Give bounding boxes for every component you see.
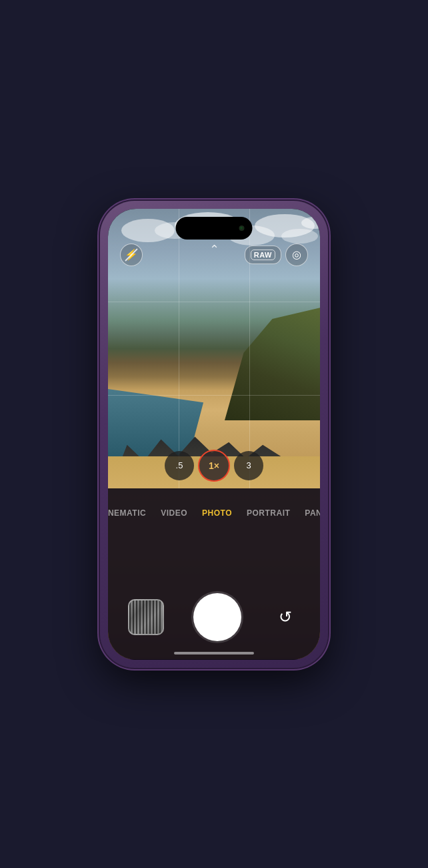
mode-video[interactable]: VIDEO <box>161 508 187 518</box>
home-indicator <box>174 652 254 655</box>
mode-photo[interactable]: PHOTO <box>202 508 232 518</box>
live-photo-button[interactable]: ◎ <box>285 244 308 266</box>
raw-button[interactable]: RAW <box>245 246 281 264</box>
mode-portrait[interactable]: PORTRAIT <box>247 508 290 518</box>
live-photo-icon: ◎ <box>292 250 301 260</box>
front-camera-dot <box>239 226 245 231</box>
mode-pano[interactable]: PANO <box>305 508 320 518</box>
zoom-3x-button[interactable]: 3 <box>234 451 263 480</box>
chevron-up-icon: ⌃ <box>209 243 219 256</box>
raw-badge: RAW <box>251 250 275 260</box>
zoom-05-button[interactable]: .5 <box>165 451 194 480</box>
flash-icon: ⚡ <box>125 250 138 260</box>
expand-controls-chevron[interactable]: ⌃ <box>209 244 219 256</box>
flash-button[interactable]: ⚡ <box>120 244 143 266</box>
right-controls: RAW ◎ <box>245 244 308 266</box>
zoom-controls: .5 1× 3 <box>108 450 320 488</box>
shutter-button[interactable] <box>193 593 241 641</box>
photo-thumbnail[interactable] <box>128 599 164 635</box>
dynamic-island <box>176 217 253 240</box>
flip-camera-icon: ↺ <box>279 608 292 626</box>
phone-screen: ⚡ RAW ◎ ⌃ .5 <box>108 209 320 660</box>
camera-mode-selector: CINEMATIC VIDEO PHOTO PORTRAIT PANO <box>108 508 320 518</box>
phone-device: ⚡ RAW ◎ ⌃ .5 <box>100 201 328 668</box>
flip-camera-button[interactable]: ↺ <box>271 602 300 632</box>
zoom-1x-button[interactable]: 1× <box>198 450 230 482</box>
shutter-row: ↺ <box>108 593 320 641</box>
mode-cinematic[interactable]: CINEMATIC <box>108 508 146 518</box>
